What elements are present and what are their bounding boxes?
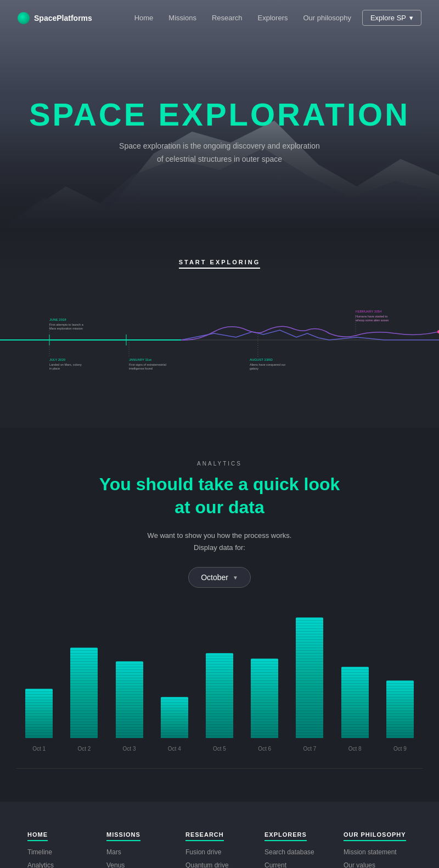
month-dropdown[interactable]: October ▼ — [188, 567, 251, 588]
hero-content: SPACE EXPLORATION Space exploration is t… — [29, 97, 410, 166]
navbar: SpacePlatforms Home Missions Research Ex… — [0, 0, 439, 36]
bar-oct-1 — [25, 689, 53, 738]
bar-oct-9 — [386, 680, 414, 738]
bar-oct-6 — [251, 659, 278, 738]
footer-link[interactable]: Mars — [106, 848, 121, 856]
bar-label: Oct 7 — [303, 746, 316, 752]
bar-oct-2 — [70, 648, 98, 738]
bar-group: Oct 2 — [70, 648, 98, 752]
svg-text:JANUARY 31st: JANUARY 31st — [129, 358, 151, 361]
footer-link[interactable]: Fusion drive — [185, 848, 221, 856]
analytics-title: You should take a quick look at our data — [22, 473, 417, 519]
nav-home[interactable]: Home — [134, 14, 154, 22]
footer-link-item: Mars — [106, 847, 175, 856]
bar-group: Oct 9 — [386, 680, 414, 752]
bar-label: Oct 3 — [123, 746, 136, 752]
footer-link[interactable]: Mission statement — [344, 848, 397, 856]
svg-text:First attempts to launch a: First attempts to launch a — [49, 323, 84, 326]
footer-link[interactable]: Timeline — [27, 848, 52, 856]
bar-oct-4 — [161, 697, 188, 738]
chart-container: Oct 1Oct 2Oct 3Oct 4Oct 5Oct 6Oct 7Oct 8… — [16, 615, 423, 769]
nav-missions[interactable]: Missions — [168, 14, 196, 22]
footer-col-title: EXPLORERS — [264, 831, 307, 841]
analytics-section: ANALYTICS You should take a quick look a… — [0, 428, 439, 599]
footer-col-our-philosophy: OUR PHILOSOPHYMission statementOur value… — [344, 829, 412, 868]
start-label[interactable]: START EXPLORING — [179, 259, 261, 269]
footer-link-item: Mission statement — [344, 847, 412, 856]
svg-text:Aliens have conquered our: Aliens have conquered our — [250, 363, 286, 366]
footer-link[interactable]: Current — [264, 861, 286, 868]
bar-label: Oct 1 — [32, 746, 46, 752]
bar-oct-5 — [206, 653, 233, 738]
svg-text:First signs of extraterrestria: First signs of extraterrestrial — [129, 363, 166, 366]
footer-link-item: Analytics — [27, 860, 95, 868]
logo-icon — [18, 12, 30, 24]
nav-links: Home Missions Research Explorers Our phi… — [134, 14, 351, 22]
footer-col-home: HOMETimelineAnalyticsProduct overviewPre… — [27, 829, 95, 868]
bar-group: Oct 7 — [296, 617, 323, 752]
svg-text:JULY 2020: JULY 2020 — [49, 358, 66, 361]
nav-philosophy[interactable]: Our philosophy — [303, 14, 351, 22]
footer-link-item: Search database — [264, 847, 333, 856]
dropdown-arrow-icon: ▼ — [233, 575, 238, 581]
footer-link[interactable]: Search database — [264, 848, 314, 856]
svg-text:intelligence found: intelligence found — [129, 367, 153, 370]
logo-text: SpacePlatforms — [34, 14, 92, 22]
footer-link-item: Fusion drive — [185, 847, 254, 856]
footer-link-item: Venus — [106, 860, 175, 868]
bar-group: Oct 5 — [206, 653, 233, 752]
timeline-section: JUNE 2018 First attempts to launch a Mar… — [0, 269, 439, 428]
explore-label: Explore SP — [370, 14, 406, 22]
analytics-label: ANALYTICS — [22, 461, 417, 467]
chart-section: Oct 1Oct 2Oct 3Oct 4Oct 5Oct 6Oct 7Oct 8… — [0, 599, 439, 802]
footer-link[interactable]: Venus — [106, 861, 125, 868]
footer: HOMETimelineAnalyticsProduct overviewPre… — [0, 802, 439, 868]
svg-text:galaxy: galaxy — [250, 367, 258, 370]
footer-col-explorers: EXPLORERSSearch databaseCurrentArchive — [264, 829, 333, 868]
svg-text:AUGUST 23RD: AUGUST 23RD — [250, 358, 273, 361]
hero-subtitle: Space exploration is the ongoing discove… — [29, 140, 410, 166]
bar-label: Oct 2 — [77, 746, 91, 752]
bar-group: Oct 1 — [25, 689, 53, 752]
footer-col-title: OUR PHILOSOPHY — [344, 831, 406, 841]
footer-link[interactable]: Quantum drive — [185, 861, 229, 868]
svg-text:Mars exploration mission: Mars exploration mission — [49, 327, 83, 330]
footer-link-item: Our values — [344, 860, 412, 868]
explore-arrow-icon: ▾ — [409, 14, 413, 22]
bar-label: Oct 9 — [393, 746, 407, 752]
footer-link[interactable]: Analytics — [27, 861, 54, 868]
footer-col-title: MISSIONS — [106, 831, 140, 841]
bar-oct-8 — [341, 667, 369, 738]
footer-col-missions: MISSIONSMarsVenusOrionAtlantis — [106, 829, 175, 868]
nav-logo[interactable]: SpacePlatforms — [18, 12, 92, 24]
footer-col-research: RESEARCHFusion driveQuantum driveAdvance… — [185, 829, 254, 868]
timeline-svg: JUNE 2018 First attempts to launch a Mar… — [0, 285, 439, 395]
bar-label: Oct 4 — [168, 746, 181, 752]
footer-link-item: Timeline — [27, 847, 95, 856]
bar-group: Oct 3 — [116, 661, 143, 752]
explore-button[interactable]: Explore SP ▾ — [362, 10, 421, 26]
footer-col-title: HOME — [27, 831, 48, 841]
dropdown-value: October — [201, 573, 228, 582]
analytics-description: We want to show you how the process work… — [22, 530, 417, 554]
svg-text:in place: in place — [49, 367, 60, 370]
bar-group: Oct 6 — [251, 659, 278, 752]
nav-research[interactable]: Research — [212, 14, 243, 22]
footer-grid: HOMETimelineAnalyticsProduct overviewPre… — [27, 829, 412, 868]
bar-label: Oct 6 — [258, 746, 271, 752]
footer-link[interactable]: Our values — [344, 861, 375, 868]
hero-title: SPACE EXPLORATION — [29, 97, 410, 132]
bar-oct-7 — [296, 617, 323, 738]
bar-label: Oct 8 — [348, 746, 362, 752]
start-section: START EXPLORING — [0, 230, 439, 269]
footer-link-item: Current — [264, 860, 333, 868]
footer-link-item: Quantum drive — [185, 860, 254, 868]
nav-explorers[interactable]: Explorers — [258, 14, 288, 22]
svg-text:FEBRUARY 2054: FEBRUARY 2054 — [356, 310, 382, 313]
bar-label: Oct 5 — [213, 746, 226, 752]
svg-text:whoop some alien asses: whoop some alien asses — [355, 319, 389, 322]
svg-text:Humans have started to: Humans have started to — [356, 315, 387, 318]
bar-group: Oct 8 — [341, 667, 369, 752]
bar-group: Oct 4 — [161, 697, 188, 752]
svg-text:JUNE 2018: JUNE 2018 — [49, 318, 66, 321]
